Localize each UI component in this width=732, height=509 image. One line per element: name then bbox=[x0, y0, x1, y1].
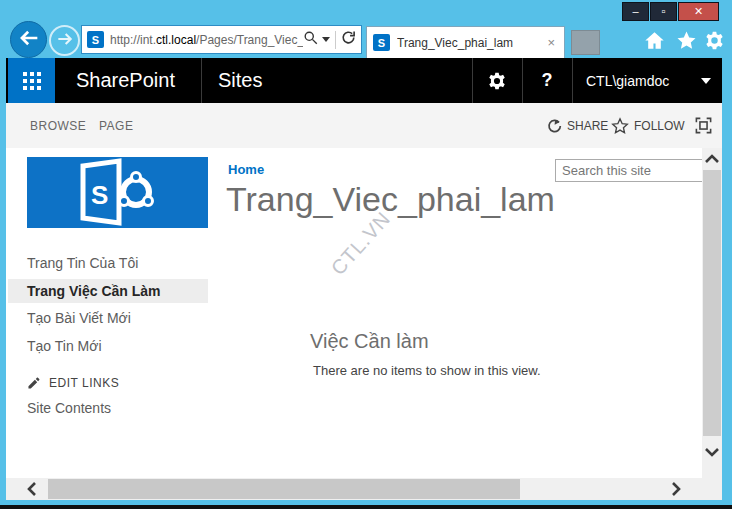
app-launcher-grid-icon bbox=[23, 72, 41, 90]
scroll-up-icon[interactable] bbox=[702, 151, 722, 167]
horizontal-scroll-thumb[interactable] bbox=[48, 479, 520, 499]
address-url: http://int.ctl.local/Pages/Trang_Viec_p bbox=[110, 33, 303, 47]
vertical-scroll-thumb[interactable] bbox=[703, 170, 721, 436]
page-content: S Trang Tin Của Tôi Trang Việc Cần Làm T… bbox=[6, 148, 702, 478]
horizontal-scrollbar[interactable] bbox=[6, 478, 702, 500]
sharepoint-brand[interactable]: SharePoint bbox=[76, 58, 175, 103]
forward-button[interactable] bbox=[49, 25, 80, 56]
favorites-star-icon[interactable] bbox=[676, 30, 697, 55]
ribbon-bar: BROWSE PAGE SHARE FOLLOW bbox=[6, 103, 722, 148]
sidebar-item-trang-tin-cua-toi[interactable]: Trang Tin Của Tôi bbox=[27, 255, 138, 271]
close-button[interactable]: ✕ bbox=[678, 2, 719, 21]
focus-on-content-button[interactable] bbox=[694, 103, 713, 148]
follow-button[interactable]: FOLLOW bbox=[611, 103, 685, 148]
tab-favicon: S bbox=[373, 34, 390, 51]
scroll-left-icon[interactable] bbox=[24, 478, 40, 500]
app-launcher-button[interactable] bbox=[8, 58, 55, 103]
pencil-icon bbox=[27, 376, 41, 390]
suite-bar: SharePoint Sites ? CTL\giamdoc bbox=[6, 58, 722, 103]
back-button[interactable] bbox=[10, 21, 47, 58]
back-arrow-icon bbox=[19, 28, 39, 52]
address-dropdown-icon[interactable] bbox=[322, 37, 330, 42]
sidebar-item-tao-bai-viet-moi[interactable]: Tạo Bài Viết Mới bbox=[27, 310, 131, 326]
share-icon bbox=[546, 118, 562, 134]
follow-star-icon bbox=[611, 117, 629, 135]
browser-tab[interactable]: S Trang_Viec_phai_lam × bbox=[366, 26, 565, 58]
ribbon-tab-browse[interactable]: BROWSE bbox=[30, 103, 86, 148]
scrollbar-corner bbox=[702, 478, 722, 500]
empty-list-message: There are no items to show in this view. bbox=[313, 363, 541, 378]
site-logo[interactable]: S bbox=[27, 157, 208, 228]
edit-links-button[interactable]: EDIT LINKS bbox=[27, 376, 119, 390]
breadcrumb-home-link[interactable]: Home bbox=[228, 162, 264, 177]
scroll-right-icon[interactable] bbox=[668, 478, 684, 500]
user-menu-caret-icon[interactable] bbox=[696, 58, 716, 103]
suitebar-divider bbox=[201, 58, 202, 103]
suitebar-divider bbox=[572, 58, 573, 103]
maximize-button[interactable]: ▫ bbox=[650, 2, 677, 21]
sidebar-item-site-contents[interactable]: Site Contents bbox=[27, 400, 111, 416]
svg-text:S: S bbox=[91, 180, 108, 210]
window-border-left bbox=[0, 58, 6, 509]
sidebar-item-trang-viec-can-lam[interactable]: Trang Việc Cần Làm bbox=[8, 279, 208, 303]
sharepoint-favicon: S bbox=[87, 31, 104, 48]
tab-title: Trang_Viec_phai_lam bbox=[397, 36, 544, 50]
desktop-strip bbox=[0, 505, 732, 509]
tab-close-icon[interactable]: × bbox=[544, 35, 558, 50]
search-input[interactable] bbox=[555, 159, 702, 182]
list-section-title: Việc Cần làm bbox=[310, 330, 429, 353]
share-button[interactable]: SHARE bbox=[546, 103, 608, 148]
vertical-scrollbar[interactable] bbox=[702, 148, 722, 478]
forward-arrow-icon bbox=[57, 31, 73, 51]
settings-gear-icon[interactable] bbox=[704, 30, 725, 55]
new-tab-button[interactable] bbox=[571, 30, 600, 55]
suitebar-sites-link[interactable]: Sites bbox=[218, 58, 262, 103]
browser-window: – ▫ ✕ S http://int.ctl.local/Pages/Trang… bbox=[0, 0, 732, 509]
search-icon[interactable] bbox=[303, 30, 318, 49]
ribbon-tab-page[interactable]: PAGE bbox=[99, 103, 133, 148]
address-separator bbox=[335, 31, 336, 49]
help-button[interactable]: ? bbox=[522, 58, 572, 103]
address-bar[interactable]: S http://int.ctl.local/Pages/Trang_Viec_… bbox=[81, 25, 362, 54]
home-icon[interactable] bbox=[644, 30, 665, 55]
user-menu[interactable]: CTL\giamdoc bbox=[586, 58, 686, 103]
refresh-icon[interactable] bbox=[341, 30, 356, 49]
window-border-right bbox=[722, 58, 732, 509]
suitebar-gear-icon[interactable] bbox=[472, 58, 522, 103]
sidebar-item-tao-tin-moi[interactable]: Tạo Tin Mới bbox=[27, 338, 102, 354]
scroll-down-icon[interactable] bbox=[702, 444, 722, 460]
minimize-button[interactable]: – bbox=[622, 2, 649, 21]
